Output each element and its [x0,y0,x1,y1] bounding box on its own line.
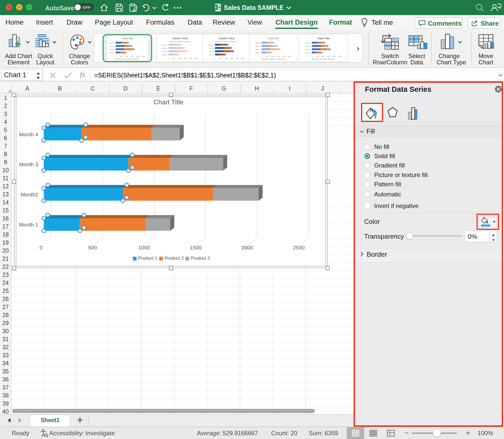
svg-text:■ Product 1 ■ Product 2 ■ Pr: ■ Product 1 ■ Product 2 ■ Product 3 [312,58,335,60]
svg-text:Month 1: Month 1 [110,52,115,54]
svg-text:Month 4: Month 4 [110,42,115,44]
svg-text:Month 3: Month 3 [162,48,167,49]
svg-text:2000: 2000 [236,58,239,59]
svg-text:CHART TITLE: CHART TITLE [172,37,188,40]
svg-text:1000: 1000 [125,56,128,57]
svg-text:Month 1: Month 1 [256,52,261,54]
svg-text:Month 4: Month 4 [19,131,38,137]
svg-text:1500: 1500 [190,245,202,250]
svg-text:0: 0 [311,56,312,57]
svg-text:CHART TITLE: CHART TITLE [219,37,234,40]
svg-text:0: 0 [39,245,43,250]
svg-text:500: 500 [266,56,268,57]
svg-text:Month 1: Month 1 [306,52,311,54]
svg-text:Product 1: Product 1 [138,256,157,261]
svg-text:■ Product 1 ■ Product 2 ■ Pr: ■ Product 1 ■ Product 2 ■ Product 3 [116,58,139,60]
svg-text:Month 4: Month 4 [209,44,214,46]
svg-text:Month 3: Month 3 [256,46,261,47]
svg-text:Chart Title: Chart Title [154,98,184,106]
svg-text:Month 3: Month 3 [209,48,214,49]
svg-text:Month 2: Month 2 [306,49,311,50]
svg-text:Month 3: Month 3 [306,46,311,47]
svg-text:X: X [215,6,217,9]
svg-text:Month 1: Month 1 [162,54,167,56]
svg-text:Chart Title: Chart Title [318,37,329,40]
svg-text:0: 0 [261,56,262,57]
svg-text:Month 2: Month 2 [256,49,261,50]
svg-text:1000: 1000 [178,58,181,59]
svg-text:500: 500 [316,56,318,57]
svg-text:Month 3: Month 3 [19,161,38,167]
svg-text:1000: 1000 [225,58,228,59]
svg-text:500: 500 [173,58,175,59]
svg-text:500: 500 [219,58,222,59]
svg-text:Chart Title: Chart Title [268,37,279,40]
svg-text:■ Product 1 ■ Product 2 ■ Pr: ■ Product 1 ■ Product 2 ■ Product 3 [216,41,237,42]
svg-text:Chart Title: Chart Title [122,37,133,40]
svg-text:2500: 2500 [241,58,244,59]
svg-text:500: 500 [120,56,122,57]
svg-text:Month 1: Month 1 [209,54,214,56]
svg-text:1500: 1500 [277,56,280,57]
svg-text:Month 2: Month 2 [162,51,167,52]
svg-text:2500: 2500 [288,56,291,57]
svg-text:Month 2: Month 2 [209,51,214,52]
svg-text:2500: 2500 [195,58,198,59]
svg-text:Product 2: Product 2 [164,256,184,261]
svg-text:1000: 1000 [271,56,274,57]
svg-text:1000: 1000 [321,56,324,57]
svg-text:Month2: Month2 [21,192,38,197]
svg-text:1000: 1000 [138,245,150,250]
svg-text:Month 4: Month 4 [306,42,311,44]
svg-text:Month 3: Month 3 [110,46,115,47]
svg-text:Month 4: Month 4 [256,42,261,44]
svg-text:0: 0 [115,56,116,57]
svg-text:■ Product 1 ■ Product 2 ■ Pr: ■ Product 1 ■ Product 2 ■ Product 3 [170,41,191,42]
svg-text:2000: 2000 [332,56,335,57]
svg-text:Product 3: Product 3 [191,256,210,261]
svg-text:500: 500 [88,245,97,250]
svg-text:Month 2: Month 2 [110,49,115,50]
svg-text:1500: 1500 [131,56,134,57]
svg-text:2500: 2500 [338,56,341,57]
svg-text:Month 1: Month 1 [19,222,38,228]
svg-text:1500: 1500 [184,58,187,59]
svg-text:0: 0 [215,58,215,59]
svg-text:2000: 2000 [136,56,139,57]
svg-text:2000: 2000 [241,245,253,250]
svg-text:2500: 2500 [142,56,145,57]
svg-text:1500: 1500 [327,56,330,57]
svg-text:1500: 1500 [230,58,233,59]
svg-text:2000: 2000 [282,56,285,57]
svg-text:0: 0 [168,58,169,59]
svg-text:Month 4: Month 4 [162,44,167,46]
svg-text:2000: 2000 [189,58,192,59]
svg-text:■ Product 1 ■ Product 2 ■ Pr: ■ Product 1 ■ Product 2 ■ Product 3 [262,58,285,60]
svg-text:2500: 2500 [293,245,305,250]
